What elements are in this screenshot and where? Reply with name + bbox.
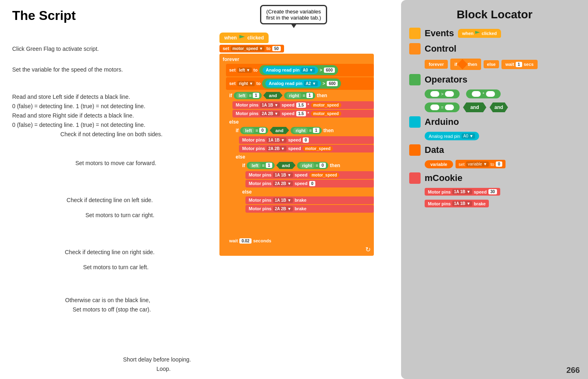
data-label: Data [425,145,444,155]
callout-line1: (Create these variables [266,9,321,15]
if-right-block: if left = 1 and right = [239,161,374,229]
annotation-7: Check if not detecting line on both side… [12,130,195,139]
control-label: Control [425,44,456,54]
annotation-13: Otherwise car is on the black line, [12,296,195,305]
mcookie-motor-brake-block: Motor pins 1A 1B ▼ brake [425,200,489,207]
annotation-14: Set motors to off (stop the car). [12,305,195,314]
arduino-blocks: Analog read pin A0 ▼ [425,132,580,140]
arduino-analog-read-block: Analog read pin A0 ▼ [425,132,479,140]
annotation-16: Loop. [12,365,195,373]
annotation-1: Click Green Flag to activate script. [12,45,195,53]
annotation-10: Set motors to turn car right. [12,211,195,220]
op-gt-block: > [425,89,460,98]
set-right-block: set right ▼ to Analog read pin A2 ▼ > 60… [226,77,374,90]
when-clicked-block: when clicked [219,33,374,44]
clicked-label: clicked [247,35,264,41]
motor-1A1B-speed-0: Motor pins 1A 1B ▼ speed 0 [239,136,374,144]
annotation-12: Set motors to turn car left. [12,263,195,272]
forever-block: forever set left ▼ to Analog read pin A0… [219,54,374,256]
motor-2A2B-speed-0: Motor pins 2A 2B ▼ speed 0 [245,180,374,187]
wait-block: wait 0.02 seconds [226,237,374,245]
if-both-block: if left = 1 and right = 1 then [226,91,374,236]
control-if-block: if then [450,59,481,70]
control-wait-block: wait 1 secs [501,60,538,69]
arduino-dot [409,116,421,128]
annotation-15: Short delay before looping. [12,355,195,364]
annotation-4: 0 (false) = detecting line. 1 (true) = n… [12,102,195,111]
mcookie-dot [409,172,421,184]
annotation-5: Read and store Right side if detects a b… [12,111,195,120]
set-left-block: set left ▼ to Analog read pin A0 ▼ > 600 [226,64,374,76]
annotation-3: Read and store Left side if detects a bl… [12,93,195,101]
block-locator-panel: Block Locator Events when clicked Contro… [401,0,588,379]
loop-arrow-icon: ↻ [365,246,371,253]
arduino-category-row: Arduino [409,116,580,128]
page-number: 266 [566,366,580,375]
mcookie-motor-speed-block: Motor pins 1A 1B ▼ speed 30 [425,188,500,196]
data-variable-oval: variable [425,160,453,168]
page-title: The Script [12,8,386,23]
events-label: Events [425,28,454,39]
control-blocks: forever if then else wait 1 secs [425,59,580,70]
control-forever-block: forever [425,60,448,69]
control-dot [409,43,421,54]
op-and-right: and [490,102,508,112]
block-locator-title: Block Locator [409,8,580,21]
operators-category-row: Operators [409,74,580,85]
motor-1A1B-motorspeed: Motor pins 1A 1B ▼ speed motor_speed [245,171,374,179]
op-eq-block: = [425,102,460,112]
motor-2A2B-speed-motorspeed: Motor pins 2A 2B ▼ speed motor_speed [239,145,374,152]
control-else-block: else [484,60,499,68]
data-set-block: set variable ▼ to 0 [456,160,506,168]
annotation-9: Check if detecting line on left side. [12,196,195,205]
motor-1A1B-brake: Motor pins 1A 1B ▼ brake [245,196,374,204]
motor-1A1B-speed-forward: Motor pins 1A 1B ▼ speed 1.5 * motor_spe… [232,101,374,109]
events-dot [409,28,421,39]
op-and-block: and [463,102,486,112]
mcookie-label: mCookie [425,173,462,183]
data-blocks: variable set variable ▼ to 0 [425,160,580,168]
events-category-row: Events when clicked [409,28,580,39]
annotation-8: Set motors to move car forward. [12,159,195,168]
control-category-row: Control [409,43,580,54]
data-dot [409,144,421,156]
events-when-clicked: when clicked [458,29,501,38]
arduino-label: Arduino [425,117,459,127]
operators-blocks: > * = and and [425,89,580,112]
data-category-row: Data [409,144,580,156]
callout-line2: first in the variable tab.) [266,15,321,21]
if-left-block: if left = 0 and right = 1 [232,126,374,233]
annotation-6: 0 (false) = detecting line. 1 (true) = n… [12,121,195,129]
op-mult-block: * [466,89,500,98]
annotation-2: Set the variable for the speed of the mo… [12,65,195,74]
set-motor-speed-block: set motor_speed ▼ to 50 [219,44,374,52]
mcookie-category-row: mCookie [409,172,580,184]
operators-label: Operators [425,74,467,85]
annotation-11: Check if detecting line on right side. [12,248,195,257]
mcookie-blocks: Motor pins 1A 1B ▼ speed 30 Motor pins 1… [425,188,580,207]
operators-dot [409,74,421,85]
green-flag-icon: when [224,35,237,41]
motor-2A2B-brake: Motor pins 2A 2B ▼ brake [245,205,374,213]
motor-2A2B-speed-forward: Motor pins 2A 2B ▼ speed 1.5 * motor_spe… [232,110,374,118]
callout-bubble: (Create these variables first in the var… [260,5,327,24]
